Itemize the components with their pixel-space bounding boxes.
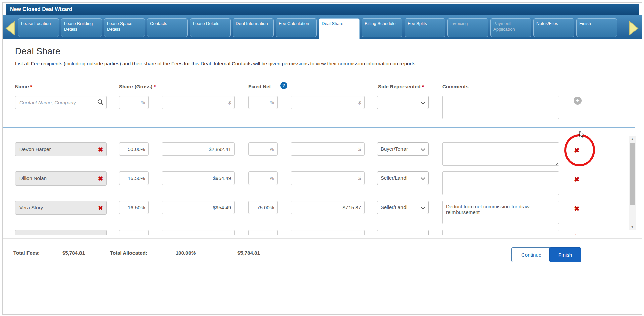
share-gross-amount-input[interactable]: [162, 230, 235, 235]
tab-lease-building-details[interactable]: Lease Building Details: [61, 18, 102, 37]
side-represented-select[interactable]: [377, 96, 429, 109]
contact-name: Dillon Nolan: [19, 175, 47, 181]
tab-deal-information[interactable]: Deal Information: [233, 18, 274, 37]
fixed-net-amount-input[interactable]: [291, 96, 365, 109]
side-represented-value: Buyer/Tenar: [381, 146, 408, 152]
tab-label: Fee Splits: [408, 21, 427, 26]
tab-label: Deal Information: [236, 21, 268, 26]
tab-label: Notes/Files: [536, 21, 558, 26]
tab-invoicing: Invoicing: [447, 18, 488, 37]
delete-row-icon[interactable]: ✖: [574, 233, 580, 235]
tab-strip: Lease Location Lease Building Details Le…: [3, 15, 642, 39]
share-gross-amount-input[interactable]: [162, 201, 235, 214]
tab-payment-application: Payment Application: [490, 18, 531, 37]
continue-button[interactable]: Continue: [511, 247, 551, 262]
side-represented-select[interactable]: Buyer/Tenar: [377, 142, 429, 156]
tab-lease-details[interactable]: Lease Details: [190, 18, 231, 37]
side-represented-select[interactable]: Seller/Landl: [377, 171, 429, 185]
tab-label: Fee Calculation: [279, 21, 309, 26]
fixed-net-help-icon[interactable]: ?: [280, 82, 287, 89]
deal-share-row: Vera Story ✖ Seller/Landl Deduct from ne…: [3, 201, 623, 224]
total-allocated-value: $5,784.81: [237, 250, 260, 256]
contact-name-box: Vera Story ✖: [15, 201, 107, 215]
arrow-left-icon: [5, 21, 16, 36]
comments-textarea[interactable]: [442, 142, 559, 166]
fixed-net-percent-input[interactable]: [248, 171, 278, 185]
fixed-net-percent-input[interactable]: [248, 201, 278, 214]
total-fees-label: Total Fees:: [13, 250, 40, 256]
page-description: List all Fee recipients (including outsi…: [15, 61, 417, 66]
chevron-down-icon: [421, 100, 425, 104]
page-title: Deal Share: [15, 46, 60, 57]
tab-label: Billing Schedule: [365, 21, 396, 26]
side-represented-select[interactable]: Seller/Landl: [377, 201, 429, 214]
fixed-net-amount-input[interactable]: [291, 201, 365, 214]
deal-share-row: ✖: [3, 230, 623, 235]
remove-contact-icon[interactable]: ✖: [98, 143, 103, 157]
tab-deal-share[interactable]: Deal Share: [319, 18, 360, 39]
side-represented-value: Seller/Landl: [381, 175, 407, 181]
share-gross-percent-input[interactable]: [119, 201, 149, 214]
deal-share-rows-viewport: Devon Harper ✖ Buyer/Tenar ✖ Dillon Nola…: [3, 128, 623, 235]
required-asterisk: *: [30, 84, 32, 89]
share-gross-amount-input[interactable]: [162, 142, 235, 156]
column-header-side-represented: Side Represented*: [378, 84, 424, 89]
delete-row-icon[interactable]: ✖: [574, 205, 580, 213]
footer-divider: [3, 238, 642, 239]
scroll-up-icon[interactable]: ▲: [629, 137, 636, 141]
share-gross-percent-input[interactable]: [119, 171, 149, 185]
remove-contact-icon[interactable]: ✖: [98, 201, 103, 215]
fixed-net-amount-input[interactable]: [291, 230, 365, 235]
tab-lease-space-details[interactable]: Lease Space Details: [104, 18, 145, 37]
fixed-net-amount-input[interactable]: [291, 142, 365, 156]
tab-label: Lease Space Details: [107, 21, 132, 32]
chevron-down-icon: [421, 205, 425, 209]
deal-share-panel: Deal Share List all Fee recipients (incl…: [3, 39, 642, 314]
share-gross-amount-input[interactable]: [162, 96, 235, 109]
delete-row-icon[interactable]: ✖: [574, 175, 580, 183]
share-gross-percent-input[interactable]: [119, 230, 149, 235]
search-icon: [97, 99, 104, 105]
comments-textarea[interactable]: [442, 171, 559, 195]
share-gross-percent-input[interactable]: [119, 96, 149, 109]
share-gross-amount-input[interactable]: [162, 171, 235, 185]
required-asterisk: *: [154, 84, 156, 89]
tab-label: Lease Building Details: [64, 21, 93, 32]
fixed-net-percent-input[interactable]: [248, 142, 278, 156]
contact-name: Vera Story: [19, 205, 43, 210]
add-recipient-button[interactable]: +: [574, 97, 582, 105]
share-gross-percent-input[interactable]: [119, 142, 149, 156]
fixed-net-percent-input[interactable]: [248, 96, 278, 109]
comments-textarea[interactable]: Deduct from net commission for draw reim…: [442, 201, 559, 224]
column-header-name: Name*: [15, 84, 32, 89]
tab-contacts[interactable]: Contacts: [147, 18, 188, 37]
side-represented-select[interactable]: [377, 230, 429, 235]
tab-notes-files[interactable]: Notes/Files: [533, 18, 574, 37]
delete-row-icon[interactable]: ✖: [574, 146, 580, 154]
contact-name-box: Dillon Nolan ✖: [15, 171, 107, 186]
tab-lease-location[interactable]: Lease Location: [18, 18, 59, 37]
remove-contact-icon[interactable]: ✖: [98, 172, 103, 186]
deal-share-row: Devon Harper ✖ Buyer/Tenar ✖: [3, 142, 623, 166]
tab-label: Finish: [579, 21, 591, 26]
contact-search-input[interactable]: [15, 96, 107, 109]
finish-button[interactable]: Finish: [549, 247, 581, 262]
window-title: New Closed Deal Wizard: [10, 6, 72, 12]
scrollbar-thumb[interactable]: [630, 143, 635, 205]
tab-fee-splits[interactable]: Fee Splits: [405, 18, 445, 37]
tab-label: Invoicing: [450, 21, 468, 26]
tab-list: Lease Location Lease Building Details Le…: [18, 18, 619, 39]
comments-textarea[interactable]: [442, 230, 559, 235]
tabs-scroll-right-button[interactable]: [628, 21, 639, 36]
comments-textarea[interactable]: [442, 96, 559, 119]
deal-share-row: Dillon Nolan ✖ Seller/Landl ✖: [3, 171, 623, 195]
fixed-net-percent-input[interactable]: [248, 230, 278, 235]
tabs-scroll-left-button[interactable]: [5, 21, 16, 36]
tab-billing-schedule[interactable]: Billing Schedule: [362, 18, 402, 37]
window-titlebar: New Closed Deal Wizard: [6, 4, 639, 15]
tab-fee-calculation[interactable]: Fee Calculation: [276, 18, 317, 37]
contact-name-box: [15, 230, 107, 235]
scroll-down-icon[interactable]: ▼: [629, 225, 636, 229]
fixed-net-amount-input[interactable]: [291, 171, 365, 185]
tab-finish[interactable]: Finish: [576, 18, 617, 37]
